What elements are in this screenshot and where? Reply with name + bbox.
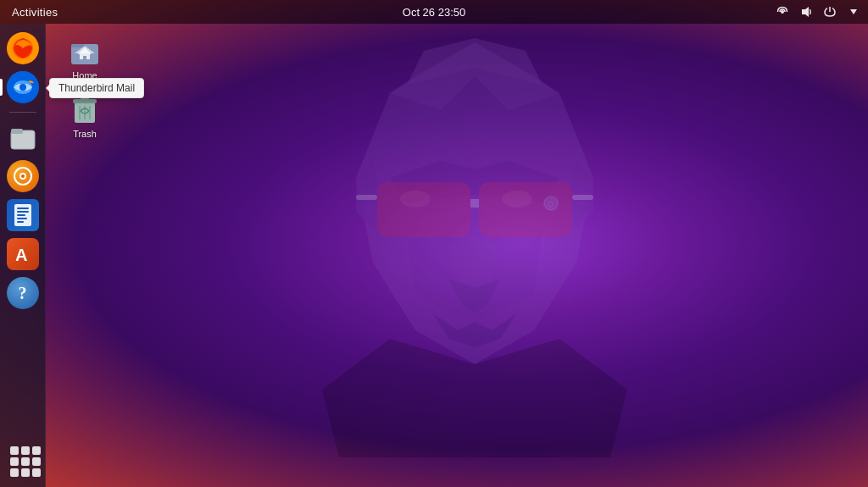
dock-tooltip: Thunderbird Mail	[49, 78, 144, 98]
svg-rect-10	[479, 182, 572, 237]
wallpaper-art: Q	[237, 25, 712, 457]
dock-item-show-apps[interactable]	[5, 441, 41, 477]
grid-dot	[32, 446, 41, 455]
svg-text:Q: Q	[548, 200, 554, 208]
desktop: Q Activities Oct 26 23:50	[0, 0, 868, 487]
writer-icon	[7, 199, 39, 231]
power-icon[interactable]	[822, 4, 837, 19]
svg-marker-22	[802, 7, 809, 17]
svg-text:A: A	[15, 246, 27, 264]
svg-rect-13	[572, 195, 593, 200]
help-icon-label: ?	[19, 284, 27, 303]
grid-dot	[32, 457, 41, 466]
svg-marker-23	[850, 9, 857, 14]
files-icon	[7, 121, 39, 153]
thunderbird-icon	[7, 71, 39, 103]
desktop-icon-home[interactable]: Home	[54, 30, 115, 80]
svg-rect-37	[17, 211, 29, 213]
svg-rect-40	[17, 221, 24, 223]
svg-rect-36	[17, 208, 29, 209]
topbar-right	[775, 4, 861, 19]
dock-item-help[interactable]: ?	[5, 275, 41, 311]
firefox-icon	[7, 32, 39, 64]
svg-rect-38	[17, 214, 25, 216]
svg-point-15	[502, 191, 532, 208]
dock-item-rhythmbox[interactable]	[5, 158, 41, 194]
svg-point-21	[781, 10, 784, 14]
home-icon	[66, 30, 103, 68]
grid-icon	[7, 443, 39, 475]
dock-item-appstore[interactable]: A	[5, 236, 41, 272]
power-svg	[823, 5, 837, 19]
svg-point-34	[21, 174, 25, 178]
svg-point-14	[400, 191, 431, 208]
chevron-down-icon[interactable]	[846, 4, 861, 19]
grid-dot	[10, 446, 19, 455]
help-icon: ?	[7, 277, 39, 309]
volume-svg	[799, 5, 813, 19]
topbar-left: Activities	[7, 6, 63, 19]
topbar: Activities Oct 26 23:50	[0, 0, 868, 24]
grid-dot	[21, 468, 30, 477]
activities-button[interactable]: Activities	[7, 6, 63, 19]
rhythmbox-icon	[7, 160, 39, 192]
volume-icon[interactable]	[798, 4, 814, 19]
chevron-svg	[849, 7, 859, 17]
svg-rect-39	[17, 218, 27, 219]
dock-item-firefox[interactable]	[5, 30, 41, 66]
svg-rect-9	[377, 182, 470, 237]
grid-dot	[21, 446, 30, 455]
svg-rect-30	[11, 129, 23, 134]
grid-dot	[32, 468, 41, 477]
svg-point-28	[19, 84, 26, 91]
svg-rect-12	[356, 195, 377, 200]
grid-dot	[10, 457, 19, 466]
trash-icon-label: Trash	[73, 129, 97, 139]
network-svg	[776, 5, 789, 19]
tooltip-text: Thunderbird Mail	[58, 82, 135, 94]
datetime-text: Oct 26 23:50	[403, 6, 465, 19]
grid-dot	[21, 457, 30, 466]
dock-separator	[9, 112, 36, 113]
dock-item-files[interactable]	[5, 119, 41, 155]
dock-item-writer[interactable]	[5, 197, 41, 233]
appstore-icon: A	[7, 238, 39, 270]
svg-rect-11	[470, 199, 479, 208]
network-icon[interactable]	[775, 4, 790, 19]
grid-dot	[10, 468, 19, 477]
dock: A ?	[0, 24, 46, 487]
topbar-datetime[interactable]: Oct 26 23:50	[403, 6, 465, 19]
dock-item-thunderbird[interactable]	[5, 69, 41, 105]
